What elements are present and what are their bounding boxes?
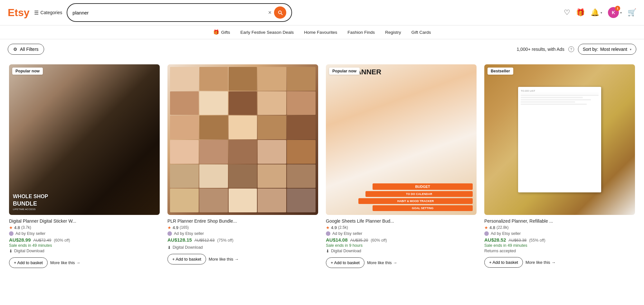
star-icon-4: ★ [484,225,488,230]
cart-icon[interactable]: 🛒 [628,8,636,17]
buttons-row-1: + Add to basket More like this → [9,257,160,268]
filters-right: 1,000+ results, with Ads ? Sort by: Most… [516,44,636,55]
add-basket-button-2[interactable]: + Add to basket [167,254,206,264]
delivery-text-1: Digital Download [14,249,44,253]
download-icon-3: ⬇ [326,249,329,254]
returns-text-4: Returns accepted [484,249,635,253]
sale-ends-1: Sale ends in 49 minutes [9,243,160,248]
more-like-button-1[interactable]: More like this → [50,260,80,265]
avatar-button[interactable]: K 1 ▾ [608,7,622,18]
buttons-row-4: + Add to basket More like this → [484,257,635,268]
buttons-row-3: + Add to basket More like this → [326,257,477,268]
more-like-button-3[interactable]: More like this → [367,260,397,265]
price-row-3: AU$14.08 AU$35.20 (60% off) [326,237,477,243]
avatar-badge: 1 [615,6,620,11]
delivery-text-3: Digital Download [331,249,361,253]
nav-item-registry[interactable]: Registry [385,30,401,35]
seller-icon-4 [484,231,489,236]
star-icon-3: ★ [326,225,330,230]
more-like-button-2[interactable]: More like this → [209,257,239,262]
badge-bestseller-4: Bestseller [488,68,513,75]
nav-gifts-label: Gifts [221,30,230,35]
all-filters-label: All Filters [20,47,39,52]
price-original-1: AU$72.49 [33,238,52,243]
search-icon [277,10,283,15]
star-icon-2: ★ [167,225,171,230]
help-icon[interactable]: ? [568,46,574,52]
sort-button[interactable]: Sort by: Most relevant ▾ [578,44,636,55]
rating-value-2: 4.9 [173,225,178,230]
price-original-4: AU$63.38 [509,238,527,243]
sort-label: Sort by: [583,47,598,52]
add-basket-button-3[interactable]: + Add to basket [326,257,365,268]
price-original-3: AU$35.20 [350,238,368,243]
more-like-button-4[interactable]: More like this → [526,260,555,265]
download-icon-2: ⬇ [167,245,171,250]
product-image-1: WHOLE SHOP BUNDLE LIFETIME ACCESS [9,64,160,215]
product-rating-1: ★ 4.8 (3.7k) [9,225,160,230]
logo[interactable]: Etsy [8,7,30,19]
seller-row-2: Ad by Etsy seller [167,231,318,236]
product-image-wrap-3: LIFE PLANNER BUDGET TO DO CALENDAR HABIT… [326,64,477,215]
nav-item-giftcards[interactable]: Gift Cards [411,30,431,35]
gift-nav-icon: 🎁 [213,29,219,35]
price-original-2: AU$512.63 [194,238,215,243]
product-image-4: TO-DO LIST [484,64,635,215]
hamburger-icon: ☰ [34,10,39,16]
review-count-3: (2.5k) [338,225,348,230]
add-basket-button-1[interactable]: + Add to basket [9,257,48,268]
wishlist-icon[interactable]: ♡ [564,8,570,17]
seller-icon-1 [9,231,14,236]
notification-button[interactable]: 🔔 ▾ [591,8,602,17]
seller-text-2: Ad by Etsy seller [174,231,204,236]
nav-item-home[interactable]: Home Favourites [304,30,337,35]
results-count: 1,000+ results, with Ads [516,47,564,52]
search-bar: × [67,3,292,22]
seller-row-3: Ad by Etsy seller [326,231,477,236]
buttons-row-2: + Add to basket More like this → [167,254,318,264]
seller-text-4: Ad by Etsy seller [491,231,521,236]
discount-2: (75% off) [217,238,233,243]
rating-value-4: 4.8 [489,225,495,230]
seller-text-3: Ad by Etsy seller [332,231,362,236]
nav-item-gifts[interactable]: 🎁 Gifts [213,29,230,35]
product-card-3: LIFE PLANNER BUDGET TO DO CALENDAR HABIT… [322,59,480,271]
avatar-dropdown-arrow: ▾ [620,11,622,14]
review-count-1: (3.7k) [21,225,31,230]
badge-popular-3: Popular now [329,68,360,75]
sort-dropdown-arrow: ▾ [630,48,631,51]
star-icon-1: ★ [9,225,13,230]
seller-text-1: Ad by Etsy seller [15,231,45,236]
delivery-text-2: Digital Download [173,245,203,250]
categories-button[interactable]: ☰ Categories [34,10,62,16]
delivery-row-3: ⬇ Digital Download [326,249,477,254]
product-image-wrap-1: WHOLE SHOP BUNDLE LIFETIME ACCESS Popula… [9,64,160,215]
product-title-3: Google Sheets Life Planner Bud... [326,218,477,225]
rating-value-1: 4.8 [14,225,20,230]
download-icon-1: ⬇ [9,249,13,254]
add-basket-button-4[interactable]: + Add to basket [484,257,523,268]
sort-value: Most relevant [600,47,627,52]
products-grid: WHOLE SHOP BUNDLE LIFETIME ACCESS Popula… [0,59,644,283]
header: Etsy ☰ Categories × ♡ 🎁 🔔 ▾ K 1 ▾ 🛒 [0,0,644,25]
nav-item-festive[interactable]: Early Festive Season Deals [241,30,294,35]
filters-left: ⚙ All Filters [8,44,44,55]
product-card-4: TO-DO LIST Bestseller Personalized Plann… [480,59,639,271]
gifts-icon[interactable]: 🎁 [576,8,585,17]
search-input[interactable] [72,10,265,15]
seller-icon-3 [326,231,330,236]
nav-item-fashion[interactable]: Fashion Finds [347,30,375,35]
product-card-2: PLR Planner Entire Shop Bundle... ★ 4.9 … [164,59,322,271]
search-button[interactable] [274,6,286,19]
price-current-1: AU$28.99 [9,237,31,243]
delivery-row-2: ⬇ Digital Download [167,245,318,250]
sale-ends-4: Sale ends in 49 minutes [484,243,635,248]
clear-icon[interactable]: × [268,9,272,16]
product-title-4: Personalized Planner, Refillable ... [484,218,635,225]
product-image-3: LIFE PLANNER BUDGET TO DO CALENDAR HABIT… [326,64,477,215]
product-title-1: Digital Planner Digital Sticker W... [9,218,160,225]
seller-row-1: Ad by Etsy seller [9,231,160,236]
discount-4: (55% off) [529,238,545,243]
all-filters-button[interactable]: ⚙ All Filters [8,44,44,55]
delivery-row-1: ⬇ Digital Download [9,249,160,254]
